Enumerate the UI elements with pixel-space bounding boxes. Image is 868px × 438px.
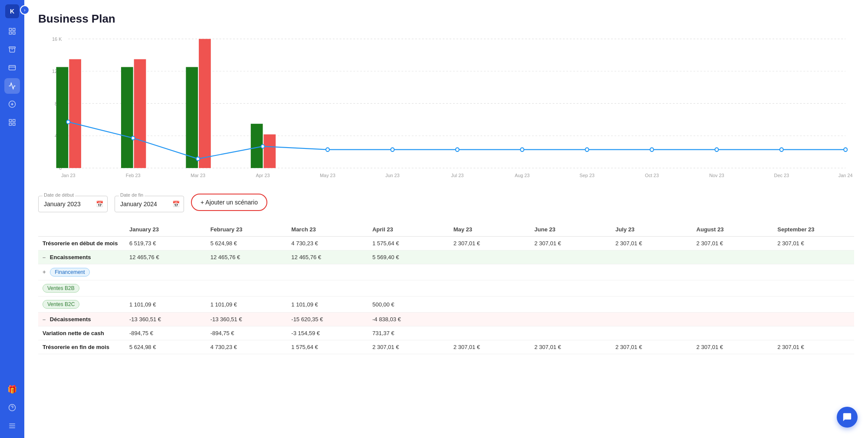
svg-rect-3 xyxy=(13,32,15,34)
cell xyxy=(773,326,854,340)
cell xyxy=(611,326,692,340)
cell xyxy=(611,313,692,326)
bar-feb23-red xyxy=(134,59,146,168)
sidebar-item-card[interactable] xyxy=(4,60,20,76)
svg-rect-4 xyxy=(9,66,16,70)
calendar-icon-end: 📅 xyxy=(172,201,180,207)
cell: -894,75 € xyxy=(125,326,206,340)
line-dot-aug23 xyxy=(520,148,524,151)
calendar-icon-start: 📅 xyxy=(96,201,103,207)
svg-rect-0 xyxy=(9,28,11,30)
sidebar-item-gift[interactable]: 🎁 xyxy=(4,382,20,397)
table-row: – Décaissements -13 360,51 € -13 360,51 … xyxy=(38,313,854,326)
cell: 1 575,64 € xyxy=(287,340,368,354)
col-header-sep23: September 23 xyxy=(773,223,854,237)
cell: 2 307,01 € xyxy=(530,237,611,250)
date-controls: Date de début January 2023 📅 Date de fin… xyxy=(38,192,854,212)
cell: -13 360,51 € xyxy=(125,313,206,326)
cell: 2 307,01 € xyxy=(773,237,854,250)
line-dot-jan24 xyxy=(844,148,847,151)
line-dot-jul23 xyxy=(456,148,459,151)
svg-text:Oct 23: Oct 23 xyxy=(645,173,659,178)
main-content: Business Plan 0 4 K 8 K 12 K 16 K Jan 23… xyxy=(24,0,868,438)
line-dot-jun23 xyxy=(391,148,394,151)
cell: 1 101,09 € xyxy=(287,296,368,313)
row-label: Ventes B2B xyxy=(38,280,125,296)
row-label: Variation nette de cash xyxy=(38,326,125,340)
svg-text:Feb 23: Feb 23 xyxy=(126,173,141,178)
line-dot-nov23 xyxy=(715,148,718,151)
cell xyxy=(692,326,773,340)
line-dot-feb23 xyxy=(132,136,135,140)
svg-text:May 23: May 23 xyxy=(320,173,335,178)
tag-ventes-b2c: Ventes B2C xyxy=(43,300,79,309)
cell xyxy=(449,250,530,264)
col-header-aug23: August 23 xyxy=(692,223,773,237)
cell: -13 360,51 € xyxy=(206,313,287,326)
line-dot-mar23 xyxy=(196,157,200,161)
cell: 5 624,98 € xyxy=(125,340,206,354)
cell: 12 465,76 € xyxy=(287,250,368,264)
table-row: + Financement xyxy=(38,264,854,280)
col-header-feb23: February 23 xyxy=(206,223,287,237)
svg-text:Aug 23: Aug 23 xyxy=(515,173,529,178)
cell xyxy=(611,250,692,264)
start-date-input[interactable]: January 2023 📅 xyxy=(38,196,108,212)
sidebar-item-help[interactable] xyxy=(4,400,20,415)
sidebar-item-add[interactable] xyxy=(4,96,20,112)
cell xyxy=(692,296,773,313)
sidebar-item-puzzle[interactable] xyxy=(4,42,20,57)
svg-rect-10 xyxy=(13,119,15,122)
bar-apr23-red xyxy=(263,135,276,168)
sidebar-item-dashboard[interactable] xyxy=(4,23,20,39)
table-row: Variation nette de cash -894,75 € -894,7… xyxy=(38,326,854,340)
table-row: – Encaissements 12 465,76 € 12 465,76 € … xyxy=(38,250,854,264)
col-header-jan23: January 23 xyxy=(125,223,206,237)
sidebar-item-grid[interactable] xyxy=(4,115,20,130)
treasury-line xyxy=(68,122,845,159)
row-label: – Décaissements xyxy=(38,313,125,326)
row-label: Trésorerie en début de mois xyxy=(38,237,125,250)
end-date-input[interactable]: January 2024 📅 xyxy=(115,196,184,212)
cell: 5 569,40 € xyxy=(368,250,449,264)
svg-text:Sep 23: Sep 23 xyxy=(579,173,594,178)
col-header-mar23: March 23 xyxy=(287,223,368,237)
add-scenario-button[interactable]: + Ajouter un scénario xyxy=(191,194,267,211)
table-row: Trésorerie en début de mois 6 519,73 € 5… xyxy=(38,237,854,250)
cell: -894,75 € xyxy=(206,326,287,340)
sidebar-item-chart[interactable] xyxy=(4,78,20,94)
cell: 2 307,01 € xyxy=(692,237,773,250)
cell xyxy=(530,296,611,313)
table-row: Trésorerie en fin de mois 5 624,98 € 4 7… xyxy=(38,340,854,354)
table-row: Ventes B2B xyxy=(38,280,854,296)
line-dot-jan23 xyxy=(66,120,70,124)
sidebar-toggle[interactable]: › xyxy=(20,5,30,15)
cell xyxy=(530,326,611,340)
cell: 2 307,01 € xyxy=(368,340,449,354)
cell: 2 307,01 € xyxy=(449,340,530,354)
cell xyxy=(125,264,854,280)
tag-financement: Financement xyxy=(50,268,89,277)
start-date-field[interactable]: Date de début January 2023 📅 xyxy=(38,196,108,212)
line-dot-apr23 xyxy=(261,145,265,148)
cell xyxy=(773,250,854,264)
row-label: Trésorerie en fin de mois xyxy=(38,340,125,354)
cell xyxy=(530,250,611,264)
svg-text:Jun 23: Jun 23 xyxy=(385,173,400,178)
chat-button[interactable] xyxy=(837,407,858,428)
row-label: Ventes B2C xyxy=(38,296,125,313)
cell: 2 307,01 € xyxy=(449,237,530,250)
svg-rect-2 xyxy=(9,32,11,34)
cell: 12 465,76 € xyxy=(206,250,287,264)
cell xyxy=(773,296,854,313)
cell: 2 307,01 € xyxy=(692,340,773,354)
sidebar-item-list[interactable] xyxy=(4,418,20,434)
cell xyxy=(449,296,530,313)
svg-text:Nov 23: Nov 23 xyxy=(709,173,724,178)
cell xyxy=(530,313,611,326)
svg-rect-11 xyxy=(9,123,11,125)
sidebar-bottom: 🎁 xyxy=(4,382,20,434)
svg-text:Jul 23: Jul 23 xyxy=(451,173,464,178)
end-date-field[interactable]: Date de fin January 2024 📅 xyxy=(115,196,184,212)
line-dot-sep23 xyxy=(585,148,589,151)
